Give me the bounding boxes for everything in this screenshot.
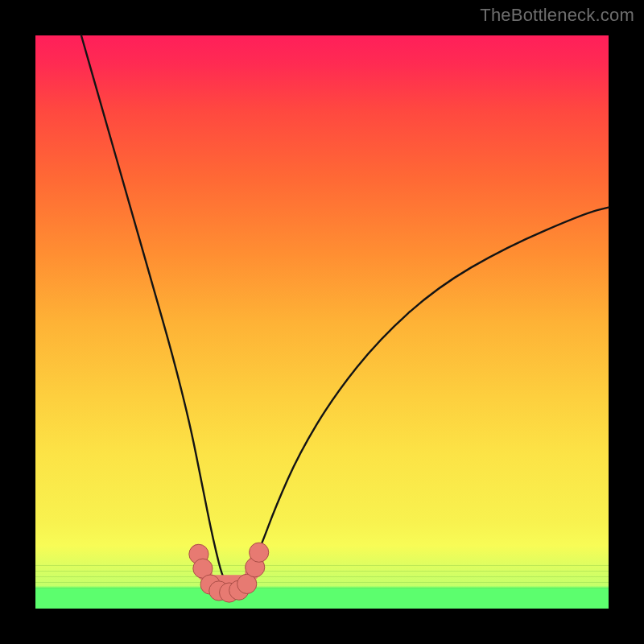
marker-group bbox=[189, 543, 269, 602]
watermark-text: TheBottleneck.com bbox=[480, 5, 634, 26]
bottleneck-curve bbox=[81, 35, 609, 586]
curve-overlay bbox=[35, 35, 609, 609]
chart-stage: TheBottleneck.com bbox=[0, 0, 644, 644]
curve-group bbox=[81, 35, 609, 586]
curve-marker bbox=[250, 543, 269, 562]
plot-area bbox=[35, 35, 609, 609]
